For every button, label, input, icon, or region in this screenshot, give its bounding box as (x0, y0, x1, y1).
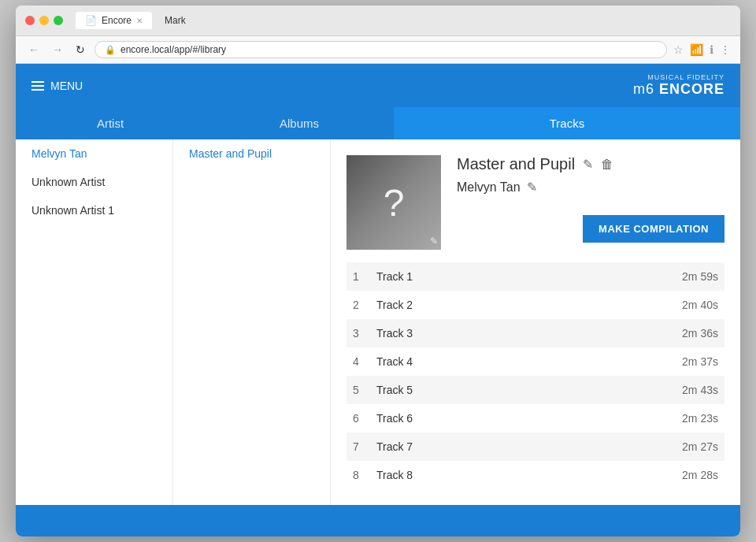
track-row[interactable]: 7 Track 7 2m 27s (346, 432, 724, 461)
minimize-button[interactable] (39, 16, 49, 25)
track-row[interactable]: 6 Track 6 2m 23s (346, 404, 724, 432)
track-name: Track 4 (376, 355, 682, 368)
star-icon[interactable]: ☆ (673, 43, 684, 56)
maximize-button[interactable] (54, 16, 63, 25)
forward-button[interactable]: → (49, 42, 66, 58)
tab-title: Encore (102, 15, 132, 26)
track-duration: 2m 37s (682, 355, 718, 368)
track-name: Track 7 (376, 440, 682, 453)
album-art-edit-icon[interactable]: ✎ (430, 236, 438, 247)
track-duration: 2m 28s (682, 469, 718, 481)
track-row[interactable]: 8 Track 8 2m 28s (346, 461, 724, 489)
track-duration: 2m 23s (682, 412, 718, 425)
album-title-row: Master and Pupil ✎ 🗑 (457, 155, 724, 173)
artist-item-unknown1[interactable]: Unknown Artist 1 (16, 196, 172, 225)
track-list: 1 Track 1 2m 59s 2 Track 2 2m 40s 3 Trac… (346, 262, 724, 489)
browser-window: 📄 Encore ✕ Mark ← → ↻ 🔒 encore.local/app… (16, 6, 740, 536)
track-name: Track 6 (376, 412, 682, 425)
tab-albums[interactable]: Albums (205, 107, 394, 139)
album-artist-name: Melvyn Tan (457, 180, 521, 195)
rss-icon[interactable]: 📶 (690, 43, 703, 56)
traffic-lights (25, 16, 63, 25)
sidebar-albums: Master and Pupil (173, 139, 331, 505)
track-name: Track 3 (376, 327, 682, 340)
track-row[interactable]: 4 Track 4 2m 37s (346, 347, 724, 376)
album-art-placeholder: ? (384, 181, 405, 225)
browser-icons: ☆ 📶 ℹ ⋮ (673, 43, 731, 56)
album-delete-icon[interactable]: 🗑 (601, 158, 613, 172)
tab-icon: 📄 (85, 15, 97, 26)
track-duration: 2m 27s (682, 440, 718, 453)
hamburger-icon (32, 81, 44, 91)
user-label: Mark (165, 15, 186, 26)
album-header: ? ✎ Master and Pupil ✎ 🗑 Melvyn Tan ✎ (346, 155, 724, 250)
track-name: Track 2 (376, 299, 682, 311)
track-duration: 2m 40s (682, 299, 718, 311)
album-panel: ? ✎ Master and Pupil ✎ 🗑 Melvyn Tan ✎ (331, 139, 740, 505)
track-number: 6 (353, 412, 376, 425)
album-title: Master and Pupil (457, 155, 575, 173)
browser-tab[interactable]: 📄 Encore ✕ (76, 12, 152, 29)
menu-button[interactable]: MENU (32, 80, 83, 92)
artist-edit-icon[interactable]: ✎ (527, 180, 537, 195)
track-row[interactable]: 5 Track 5 2m 43s (346, 376, 724, 404)
album-item-master-and-pupil[interactable]: Master and Pupil (173, 139, 330, 168)
menu-icon[interactable]: ⋮ (720, 43, 731, 56)
album-art[interactable]: ? ✎ (346, 155, 441, 250)
address-bar[interactable]: 🔒 encore.local/app/#/library (94, 41, 667, 58)
main-content: Melvyn Tan Unknown Artist Unknown Artist… (16, 139, 740, 505)
track-number: 3 (353, 327, 376, 340)
artist-item-melvyn-tan[interactable]: Melvyn Tan (16, 139, 172, 168)
album-edit-icon[interactable]: ✎ (583, 157, 593, 172)
track-number: 7 (353, 440, 376, 453)
menu-label: MENU (50, 80, 83, 92)
track-row[interactable]: 2 Track 2 2m 40s (346, 291, 724, 319)
track-number: 1 (353, 270, 376, 283)
brand-title: m6 ENCORE (633, 81, 724, 98)
album-info: Master and Pupil ✎ 🗑 Melvyn Tan ✎ MAKE C… (457, 155, 724, 250)
track-row[interactable]: 3 Track 3 2m 36s (346, 319, 724, 347)
artist-row: Melvyn Tan ✎ (457, 180, 724, 195)
track-duration: 2m 59s (682, 270, 718, 283)
info-icon[interactable]: ℹ (710, 43, 713, 56)
tab-close-button[interactable]: ✕ (136, 17, 143, 25)
track-number: 8 (353, 469, 376, 481)
close-button[interactable] (25, 16, 35, 25)
track-name: Track 5 (376, 384, 682, 396)
track-duration: 2m 36s (682, 327, 718, 340)
artist-item-unknown[interactable]: Unknown Artist (16, 168, 172, 196)
track-duration: 2m 43s (682, 384, 718, 396)
make-compilation-button[interactable]: MAKE COMPILATION (583, 215, 724, 243)
url-text: encore.local/app/#/library (120, 44, 226, 55)
app-header: MENU MUSICAL FIDELITY m6 ENCORE (16, 64, 740, 107)
track-row[interactable]: 1 Track 1 2m 59s (346, 262, 724, 291)
refresh-button[interactable]: ↻ (72, 42, 88, 58)
track-number: 5 (353, 384, 376, 396)
sidebar-artists: Melvyn Tan Unknown Artist Unknown Artist… (16, 139, 173, 505)
browser-titlebar: 📄 Encore ✕ Mark (16, 6, 740, 36)
brand-logo: MUSICAL FIDELITY m6 ENCORE (633, 73, 724, 98)
track-name: Track 8 (376, 469, 682, 481)
brand-subtitle: MUSICAL FIDELITY (633, 73, 724, 81)
nav-tabs: Artist Albums Tracks (16, 107, 740, 139)
back-button[interactable]: ← (25, 42, 43, 58)
browser-addressbar: ← → ↻ 🔒 encore.local/app/#/library ☆ 📶 ℹ… (16, 36, 740, 64)
tab-artist[interactable]: Artist (16, 107, 205, 139)
track-number: 4 (353, 355, 376, 368)
tab-tracks[interactable]: Tracks (394, 107, 740, 139)
app-footer (16, 505, 740, 536)
track-number: 2 (353, 299, 376, 311)
app: MENU MUSICAL FIDELITY m6 ENCORE Artist A… (16, 64, 740, 536)
track-name: Track 1 (376, 270, 682, 283)
